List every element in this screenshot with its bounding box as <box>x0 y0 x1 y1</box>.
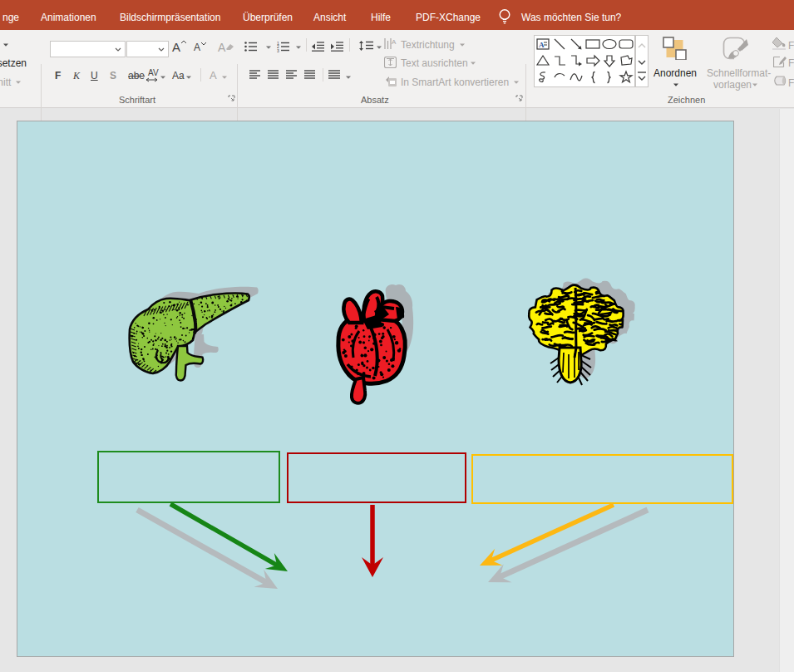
svg-text:A: A <box>392 38 397 46</box>
svg-text:3: 3 <box>277 48 279 53</box>
svg-text:A: A <box>539 41 545 49</box>
